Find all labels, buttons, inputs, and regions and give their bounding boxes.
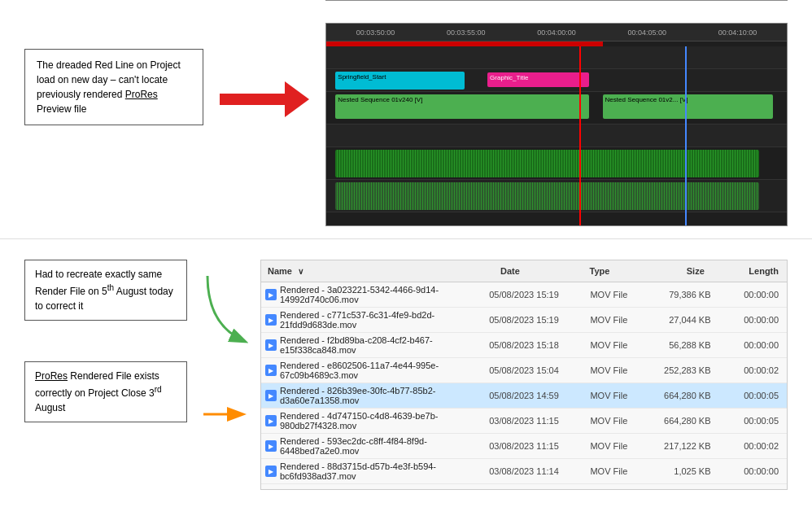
bottom-left-callouts: Had to recreate exactly same Render File…: [24, 260, 187, 490]
col-header-name: Name ∨: [261, 264, 458, 278]
video-track-1: [326, 46, 787, 69]
file-row-type-7: MOV File: [575, 466, 643, 476]
file-icon-0: ▶: [265, 289, 277, 300]
timeline-ruler: 00:03:50:00 00:03:55:00 00:04:00:00 00:0…: [326, 24, 787, 42]
file-row-size-2: 56,288 KB: [643, 340, 710, 350]
file-row-length-3: 00:00:02: [711, 365, 787, 375]
file-row-1[interactable]: ▶ Rendered - c771c537-6c31-4fe9-bd2d-21f…: [261, 308, 787, 333]
col-header-size: Size: [637, 264, 711, 278]
col-header-date: Date: [458, 264, 563, 278]
file-list-panel: Name ∨ Date Type Size Length ▶ Rendered …: [260, 260, 788, 490]
file-row-name-1: ▶ Rendered - c771c537-6c31-4fe9-bd2d-21f…: [261, 310, 473, 330]
ruler-tick-5: 00:04:10:00: [692, 28, 783, 37]
file-row-type-6: MOV File: [575, 441, 643, 451]
file-rows-container: ▶ Rendered - 3a023221-5342-4466-9d14-149…: [261, 282, 787, 484]
file-row-length-5: 00:00:05: [711, 416, 787, 426]
blue-playhead: [685, 46, 687, 225]
file-row-size-4: 664,280 KB: [643, 391, 710, 400]
file-icon-2: ▶: [265, 339, 277, 351]
file-row-size-1: 27,044 KB: [643, 315, 710, 325]
file-row-date-0: 05/08/2023 15:19: [473, 290, 574, 299]
bottom-section: Had to recreate exactly same Render File…: [0, 247, 812, 498]
file-row-6[interactable]: ▶ Rendered - 593ec2dc-c8ff-4f84-8f9d-644…: [261, 434, 787, 459]
file-row-size-0: 79,386 KB: [643, 290, 710, 299]
ruler-tick-3: 00:04:00:00: [511, 28, 601, 37]
file-row-length-7: 00:00:00: [711, 466, 787, 476]
video-track-2: Springfield_Start Graphic_Title: [326, 69, 787, 92]
sort-arrow[interactable]: ∨: [298, 267, 303, 276]
audio-clip-1: [335, 150, 759, 177]
recreate-callout: Had to recreate exactly same Render File…: [24, 260, 187, 321]
top-section: The dreaded Red Line on Project load on …: [0, 0, 812, 234]
file-row-7[interactable]: ▶ Rendered - 88d3715d-d57b-4e3f-b594-bc6…: [261, 459, 787, 484]
red-arrow-body: [220, 94, 285, 105]
file-row-name-3: ▶ Rendered - e8602506-11a7-4e44-995e-67c…: [261, 361, 473, 380]
file-row-name-2: ▶ Rendered - f2bd89ba-c208-4cf2-b467-e15…: [261, 335, 473, 355]
audio-track-2: [326, 180, 787, 212]
ruler-tick-2: 00:03:55:00: [421, 28, 511, 37]
file-icon-3: ▶: [265, 365, 277, 376]
file-row-length-2: 00:00:00: [711, 340, 787, 350]
audio-clip-2: [335, 182, 759, 210]
file-icon-7: ▶: [265, 466, 277, 477]
file-row-name-5: ▶ Rendered - 4d747150-c4d8-4639-be7b-980…: [261, 411, 473, 431]
recreate-callout-text: Had to recreate exactly same Render File…: [35, 269, 173, 312]
file-row-length-1: 00:00:00: [711, 315, 787, 325]
audio-waveform-2: [335, 182, 759, 210]
file-row-length-4: 00:00:05: [711, 391, 787, 400]
file-row-name-6: ▶ Rendered - 593ec2dc-c8ff-4f84-8f9d-644…: [261, 436, 473, 456]
file-row-5[interactable]: ▶ Rendered - 4d747150-c4d8-4639-be7b-980…: [261, 409, 787, 434]
prores-exists-text: ProRes Rendered File exists correctly on…: [35, 370, 162, 413]
col-header-length: Length: [711, 264, 787, 278]
arrows-container: [199, 260, 248, 490]
col-header-type: Type: [562, 264, 636, 278]
file-row-3[interactable]: ▶ Rendered - e8602506-11a7-4e44-995e-67c…: [261, 358, 787, 383]
file-row-size-3: 252,283 KB: [643, 365, 710, 375]
red-line-callout: The dreaded Red Line on Project load on …: [24, 49, 203, 125]
file-row-date-4: 05/08/2023 14:59: [473, 391, 574, 400]
clip-springfield: Springfield_Start: [335, 72, 464, 90]
ruler-tick-4: 00:04:05:00: [602, 28, 692, 37]
timeline-tracks: Springfield_Start Graphic_Title Nested S…: [326, 46, 787, 225]
file-row-name-4: ▶ Rendered - 826b39ee-30fc-4b77-85b2-d3a…: [261, 386, 473, 405]
file-row-type-2: MOV File: [575, 340, 643, 350]
clip-graphic-title: Graphic_Title: [487, 72, 589, 87]
file-row-name-0: ▶ Rendered - 3a023221-5342-4466-9d14-149…: [261, 285, 473, 304]
video-track-4: [326, 125, 787, 147]
file-row-size-5: 664,280 KB: [643, 416, 710, 426]
file-row-date-7: 03/08/2023 11:14: [473, 466, 574, 476]
file-row-date-6: 03/08/2023 11:15: [473, 441, 574, 451]
file-row-date-5: 03/08/2023 11:15: [473, 416, 574, 426]
arrows-svg: [199, 260, 248, 487]
red-arrow: [220, 81, 309, 117]
red-line-callout-text: The dreaded Red Line on Project load on …: [37, 59, 181, 115]
timeline-panel: 00:03:50:00 00:03:55:00 00:04:00:00 00:0…: [325, 23, 788, 226]
file-row-date-3: 05/08/2023 15:04: [473, 365, 574, 375]
file-row-date-2: 05/08/2023 15:18: [473, 340, 574, 350]
file-row-0[interactable]: ▶ Rendered - 3a023221-5342-4466-9d14-149…: [261, 282, 787, 308]
red-line-indicator: [579, 46, 581, 225]
prores-exists-callout: ProRes Rendered File exists correctly on…: [24, 361, 187, 422]
file-row-date-1: 05/08/2023 15:19: [473, 315, 574, 325]
audio-waveform: [335, 150, 759, 177]
file-row-type-0: MOV File: [575, 290, 643, 299]
file-icon-5: ▶: [265, 415, 277, 426]
file-row-4[interactable]: ▶ Rendered - 826b39ee-30fc-4b77-85b2-d3a…: [261, 383, 787, 409]
audio-track-1: [326, 147, 787, 180]
file-row-name-7: ▶ Rendered - 88d3715d-d57b-4e3f-b594-bc6…: [261, 461, 473, 481]
clip-nested2: Nested Sequence 01v2... [V]: [603, 94, 773, 119]
file-row-size-6: 217,122 KB: [643, 441, 710, 451]
file-row-size-7: 1,025 KB: [643, 466, 710, 476]
clip-nested1: Nested Sequence 01v240 [V]: [335, 94, 588, 119]
file-row-length-6: 00:00:02: [711, 441, 787, 451]
ruler-tick-1: 00:03:50:00: [330, 28, 421, 37]
file-row-type-4: MOV File: [575, 391, 643, 400]
timeline-label: Timeline on opening same project on 5th …: [325, 0, 788, 1]
timeline-container: Timeline on opening same project on 5th …: [325, 16, 788, 226]
file-icon-6: ▶: [265, 440, 277, 452]
file-row-length-0: 00:00:00: [711, 290, 787, 299]
file-icon-4: ▶: [265, 390, 277, 401]
file-list-header: Name ∨ Date Type Size Length: [261, 260, 787, 282]
video-track-3: Nested Sequence 01v240 [V] Nested Sequen…: [326, 92, 787, 125]
file-row-2[interactable]: ▶ Rendered - f2bd89ba-c208-4cf2-b467-e15…: [261, 333, 787, 358]
